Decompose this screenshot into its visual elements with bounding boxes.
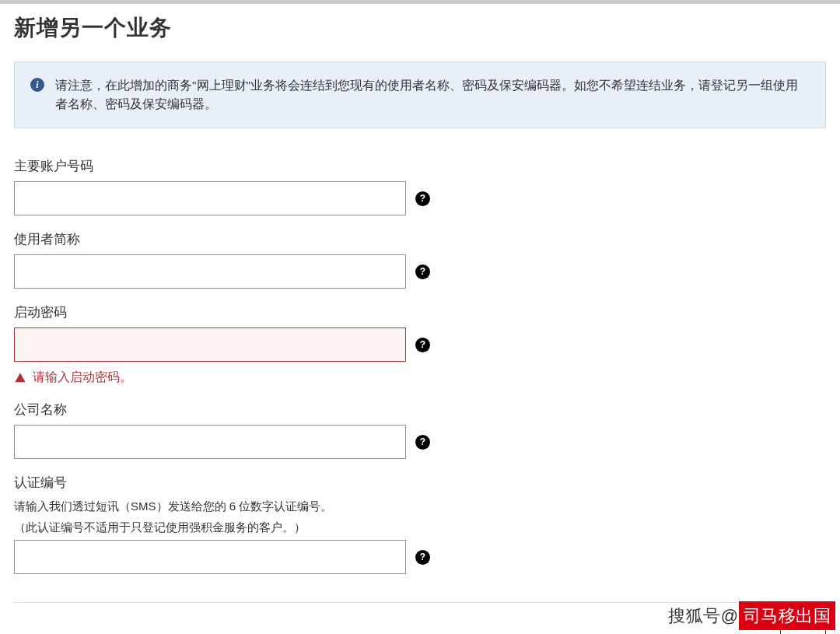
auth-code-label: 认证编号 [14, 475, 826, 492]
footer-actions [14, 603, 826, 634]
help-icon[interactable]: ? [415, 435, 430, 450]
help-icon[interactable]: ? [415, 550, 430, 565]
page-title: 新增另一个业务 [14, 13, 826, 43]
account-label: 主要账户号码 [14, 158, 826, 175]
user-alias-label: 使用者简称 [14, 231, 826, 248]
notice-box: i 请注意，在此增加的商务"网上理财"业务将会连结到您现有的使用者名称、密码及保… [14, 61, 826, 128]
auth-code-input[interactable] [14, 540, 406, 574]
field-account: 主要账户号码 ? [14, 158, 826, 215]
form-container: 新增另一个业务 i 请注意，在此增加的商务"网上理财"业务将会连结到您现有的使用… [0, 4, 840, 634]
auth-code-help-1: 请输入我们透过短讯（SMS）发送给您的 6 位数字认证编号。 [14, 498, 826, 514]
field-activation-password: 启动密码 ? 请输入启动密码。 [14, 304, 826, 386]
notice-text: 请注意，在此增加的商务"网上理财"业务将会连结到您现有的使用者名称、密码及保安编… [55, 76, 810, 114]
error-text: 请输入启动密码。 [33, 370, 132, 386]
help-icon[interactable]: ? [415, 338, 430, 352]
help-icon[interactable]: ? [415, 264, 430, 279]
company-name-label: 公司名称 [14, 401, 826, 419]
activation-password-input[interactable] [14, 328, 406, 362]
field-company-name: 公司名称 ? [14, 401, 826, 459]
field-auth-code: 认证编号 请输入我们透过短讯（SMS）发送给您的 6 位数字认证编号。 （此认证… [14, 475, 826, 574]
user-alias-input[interactable] [14, 254, 406, 289]
activation-password-error: 请输入启动密码。 [14, 370, 826, 386]
field-user-alias: 使用者简称 ? [14, 231, 826, 289]
help-icon[interactable]: ? [415, 191, 430, 206]
account-input[interactable] [14, 181, 406, 215]
warning-icon [14, 372, 26, 384]
info-icon: i [30, 78, 44, 92]
company-name-input[interactable] [14, 425, 406, 459]
activation-password-label: 启动密码 [14, 304, 826, 321]
secondary-button[interactable] [780, 615, 826, 634]
auth-code-help-2: （此认证编号不适用于只登记使用强积金服务的客户。） [14, 519, 826, 535]
